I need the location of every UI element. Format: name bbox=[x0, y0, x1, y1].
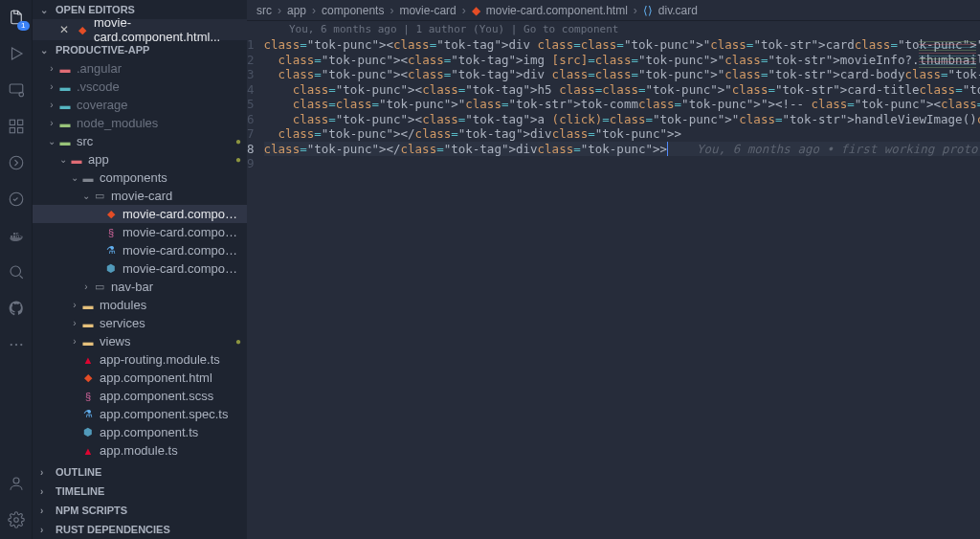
remote-icon[interactable] bbox=[5, 79, 28, 101]
run-icon[interactable] bbox=[5, 42, 28, 65]
tree-file-app-scss[interactable]: §app.component.scss bbox=[33, 387, 247, 405]
minimap[interactable] bbox=[919, 41, 976, 70]
svg-point-11 bbox=[20, 344, 22, 346]
chevron-right-icon: › bbox=[40, 505, 52, 516]
tree-file-mc-spec[interactable]: ⚗movie-card.component.s… bbox=[33, 241, 247, 259]
svg-point-13 bbox=[13, 518, 18, 523]
chevron-right-icon: › bbox=[40, 486, 52, 497]
file-html-icon: ◆ bbox=[75, 22, 90, 37]
more-icon[interactable] bbox=[5, 333, 28, 356]
tree-folder-node-modules[interactable]: ›▬node_modules bbox=[33, 114, 247, 132]
git-modified-dot-icon: ● bbox=[232, 336, 241, 347]
tree-file-mc-ts[interactable]: ⬢movie-card.component.ts bbox=[33, 259, 247, 278]
explorer-icon[interactable]: 1 bbox=[5, 6, 28, 29]
svg-point-9 bbox=[10, 344, 11, 346]
account-icon[interactable] bbox=[5, 472, 28, 495]
svg-point-12 bbox=[13, 478, 19, 483]
code-content[interactable]: class="tok-punc"><class="tok-tag">div cl… bbox=[264, 37, 980, 171]
docker-icon[interactable] bbox=[5, 224, 28, 247]
tree-folder-movie-card[interactable]: ⌄▭movie-card bbox=[33, 187, 247, 205]
editor-area: src› app› components› movie-card› ◆ movi… bbox=[247, 0, 980, 539]
svg-point-8 bbox=[11, 266, 21, 277]
file-spec-icon: ⚗ bbox=[80, 407, 96, 422]
tree-folder-services[interactable]: ›▬services bbox=[33, 314, 247, 332]
breadcrumb-item[interactable]: src bbox=[256, 4, 272, 17]
breadcrumb-item[interactable]: app bbox=[287, 4, 306, 17]
file-spec-icon: ⚗ bbox=[103, 243, 119, 258]
github-icon[interactable] bbox=[5, 297, 28, 320]
settings-gear-icon[interactable] bbox=[5, 508, 28, 531]
project-header[interactable]: ⌄ PRODUCTIVE-APP bbox=[33, 40, 247, 59]
explorer-sidebar: ⌄ OPEN EDITORS ✕ ◆ movie-card.component.… bbox=[33, 0, 247, 539]
file-ts-icon: ⬢ bbox=[103, 261, 119, 277]
folder-icon: ▬ bbox=[80, 298, 96, 313]
svg-rect-2 bbox=[10, 120, 14, 124]
file-scss-icon: § bbox=[103, 225, 119, 240]
tree-folder-components[interactable]: ⌄▬components bbox=[33, 168, 247, 187]
chevron-right-icon: › bbox=[40, 525, 52, 535]
folder-icon: ▬ bbox=[69, 152, 84, 168]
folder-icon: ▬ bbox=[57, 79, 73, 95]
svg-rect-3 bbox=[17, 120, 22, 124]
file-tree: ›▬.angular ›▬.vscode ›▬coverage ›▬node_m… bbox=[33, 59, 247, 462]
tree-file-app-html[interactable]: ◆app.component.html bbox=[33, 369, 247, 387]
debug-icon[interactable] bbox=[5, 188, 28, 211]
tree-file-app-module[interactable]: ▲app.module.ts bbox=[33, 441, 247, 460]
npm-scripts-header[interactable]: ›NPM SCRIPTS bbox=[33, 501, 247, 520]
breadcrumb-item[interactable]: components bbox=[322, 4, 384, 17]
tree-file-app-routing[interactable]: ▲app-routing.module.ts bbox=[33, 350, 247, 369]
folder-icon: ▬ bbox=[57, 116, 73, 131]
tree-folder-modules[interactable]: ›▬modules bbox=[33, 296, 247, 314]
tree-folder-coverage[interactable]: ›▬coverage bbox=[33, 96, 247, 114]
open-editors-label: OPEN EDITORS bbox=[56, 4, 135, 15]
code-editor[interactable]: 1 2 3 4 5 6 7 8 9 class="tok-punc"><clas… bbox=[247, 37, 980, 171]
open-editor-item[interactable]: ✕ ◆ movie-card.component.html... bbox=[33, 19, 247, 40]
folder-icon: ▬ bbox=[80, 170, 96, 186]
breadcrumb-item[interactable]: movie-card bbox=[399, 4, 456, 17]
tree-folder-src[interactable]: ⌄▬src● bbox=[33, 132, 247, 150]
rust-deps-header[interactable]: ›RUST DEPENDENCIES bbox=[33, 520, 247, 539]
breadcrumb-item[interactable]: movie-card.component.html bbox=[486, 4, 628, 17]
tree-file-mc-html[interactable]: ◆movie-card.component.h… bbox=[33, 205, 247, 223]
folder-icon: ▬ bbox=[80, 334, 96, 349]
svg-rect-5 bbox=[17, 128, 22, 133]
svg-point-10 bbox=[14, 344, 16, 346]
chevron-right-icon: › bbox=[40, 467, 52, 478]
file-html-icon: ◆ bbox=[80, 371, 96, 386]
tree-file-mc-scss[interactable]: §movie-card.component.s… bbox=[33, 223, 247, 241]
folder-icon: ▬ bbox=[57, 134, 73, 149]
activity-bar: 1 bbox=[0, 0, 33, 539]
git-modified-dot-icon: ● bbox=[232, 136, 241, 146]
file-ts-icon: ⬢ bbox=[80, 425, 96, 440]
tree-folder-vscode[interactable]: ›▬.vscode bbox=[33, 78, 247, 96]
breadcrumbs[interactable]: src› app› components› movie-card› ◆ movi… bbox=[247, 0, 980, 21]
folder-icon: ▭ bbox=[92, 280, 107, 295]
git-modified-dot-icon: ● bbox=[232, 154, 241, 165]
codelens[interactable]: You, 6 months ago | 1 author (You) | Go … bbox=[247, 21, 980, 37]
tree-file-app-ts[interactable]: ⬢app.component.ts bbox=[33, 423, 247, 441]
tree-file-app-spec[interactable]: ⚗app.component.spec.ts bbox=[33, 405, 247, 423]
file-scss-icon: § bbox=[80, 389, 96, 404]
svg-rect-0 bbox=[10, 84, 23, 93]
scm-badge: 1 bbox=[17, 21, 29, 31]
chevron-down-icon: ⌄ bbox=[40, 5, 52, 15]
extensions-icon[interactable] bbox=[5, 115, 28, 138]
tree-folder-angular[interactable]: ›▬.angular bbox=[33, 59, 247, 78]
close-icon[interactable]: ✕ bbox=[59, 23, 69, 36]
gutter: 1 2 3 4 5 6 7 8 9 bbox=[247, 37, 264, 171]
actions-icon[interactable] bbox=[5, 151, 28, 174]
tree-folder-views[interactable]: ›▬views● bbox=[33, 332, 247, 350]
file-html-icon: ◆ bbox=[103, 207, 119, 222]
timeline-header[interactable]: ›TIMELINE bbox=[33, 482, 247, 501]
file-html-icon: ◆ bbox=[472, 4, 480, 17]
breadcrumb-item[interactable]: div.card bbox=[658, 4, 698, 17]
search-icon[interactable] bbox=[5, 260, 28, 283]
folder-icon: ▬ bbox=[57, 61, 73, 77]
tree-folder-nav-bar[interactable]: ›▭nav-bar bbox=[33, 278, 247, 296]
folder-icon: ▭ bbox=[92, 189, 107, 204]
tree-folder-app[interactable]: ⌄▬app● bbox=[33, 150, 247, 168]
file-ng-icon: ▲ bbox=[80, 352, 96, 368]
svg-point-6 bbox=[10, 156, 23, 169]
folder-icon: ▬ bbox=[80, 316, 96, 331]
outline-header[interactable]: ›OUTLINE bbox=[33, 462, 247, 482]
